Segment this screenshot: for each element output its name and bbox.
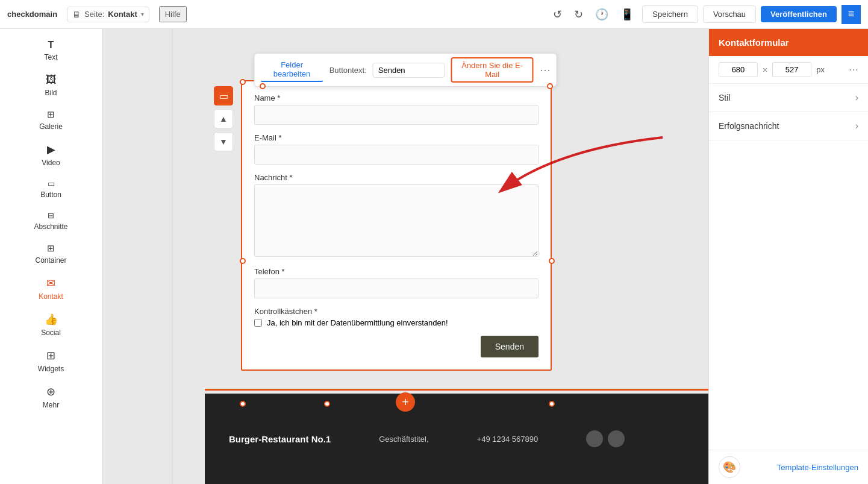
checkbox-input[interactable] — [254, 319, 262, 327]
checkbox-row: Ja, ich bin mit der Datenübermittlung ei… — [254, 318, 539, 327]
nachricht-label: Nachricht * — [254, 173, 539, 182]
move-block-button[interactable]: ▭ — [214, 86, 233, 105]
chevron-down-icon: ▾ — [141, 11, 144, 17]
chevron-right-icon: › — [855, 92, 858, 103]
more-options-button[interactable]: ⋯ — [540, 63, 551, 77]
save-button[interactable]: Speichern — [642, 5, 698, 23]
sidebar-item-text[interactable]: T Text — [0, 34, 102, 68]
erfolgsnachricht-section[interactable]: Erfolgsnachricht › — [709, 112, 868, 140]
dimensions-more-button[interactable]: ⋯ — [849, 64, 858, 75]
email-input[interactable] — [254, 145, 539, 165]
main-layout: T Text 🖼 Bild ⊞ Galerie ▶ Video ▭ Button… — [0, 29, 868, 484]
sidebar-item-widgets[interactable]: ⊞ Widgets — [0, 343, 102, 379]
sidebar-item-label: Social — [41, 328, 61, 337]
handle-middle-left[interactable] — [240, 258, 246, 264]
nachricht-textarea[interactable] — [254, 184, 539, 257]
sidebar-item-label: Galerie — [39, 122, 63, 131]
move-down-button[interactable]: ▼ — [214, 132, 233, 151]
menu-button[interactable]: ≡ — [841, 5, 861, 24]
footer-geschaeft: Geschäftstitel, — [379, 435, 428, 444]
device-button[interactable]: 📱 — [617, 5, 637, 24]
move-up-button[interactable]: ▲ — [214, 109, 233, 128]
buttontext-input[interactable] — [373, 63, 445, 78]
image-icon: 🖼 — [46, 74, 57, 86]
handle-middle-right[interactable] — [549, 258, 555, 264]
handle-bottom-right[interactable] — [549, 401, 555, 407]
sidebar-item-label: Abschnitte — [34, 222, 67, 231]
sidebar-item-container[interactable]: ⊞ Container — [0, 237, 102, 271]
aendern-email-button[interactable]: Ändern Sie die E-Mail — [451, 57, 534, 83]
move-controls: ▭ ▲ ▼ — [214, 86, 233, 151]
handle-top-right[interactable] — [547, 83, 553, 89]
kontrollkaestchen-field: Kontrollkästchen * Ja, ich bin mit der D… — [254, 307, 539, 327]
undo-button[interactable]: ↺ — [549, 5, 566, 24]
text-icon: T — [48, 40, 54, 51]
name-label: Name * — [254, 93, 539, 102]
stil-label: Stil — [719, 93, 730, 102]
sidebar-item-button[interactable]: ▭ Button — [0, 173, 102, 205]
sidebar-item-bild[interactable]: 🖼 Bild — [0, 68, 102, 103]
sidebar-item-mehr[interactable]: ⊕ Mehr — [0, 379, 102, 415]
sidebar-item-social[interactable]: 👍 Social — [0, 307, 102, 343]
gallery-icon: ⊞ — [47, 109, 55, 120]
customize-button[interactable]: 🎨 — [719, 456, 740, 478]
right-panel: Kontaktformular × px ⋯ Stil › Erfolgsnac… — [708, 29, 868, 484]
felder-bearbeiten-button[interactable]: Felder bearbeiten — [261, 58, 323, 82]
button-icon: ▭ — [48, 179, 55, 188]
canvas-edge-line — [172, 29, 173, 484]
publish-button[interactable]: Veröffentlichen — [761, 6, 837, 22]
px-label: px — [816, 65, 825, 74]
width-input[interactable] — [719, 62, 758, 77]
contact-form: Name * E-Mail * Nachricht * Telefon * Ko… — [241, 80, 552, 371]
sidebar-item-label: Bild — [45, 89, 57, 97]
telefon-label: Telefon * — [254, 267, 539, 276]
handle-top-left[interactable] — [240, 79, 246, 85]
sidebar-item-label: Container — [35, 256, 66, 265]
nachricht-field: Nachricht * — [254, 173, 539, 259]
chevron-right-icon: › — [855, 121, 858, 131]
logo: checkdomain — [7, 10, 57, 19]
orange-divider — [205, 389, 708, 391]
handle-bottom-left[interactable] — [240, 401, 246, 407]
history-button[interactable]: 🕐 — [592, 5, 612, 24]
page-label: Seite: — [84, 10, 104, 19]
sidebar-item-galerie[interactable]: ⊞ Galerie — [0, 103, 102, 137]
page-icon: 🖥 — [72, 10, 81, 19]
sidebar-item-label: Kontakt — [39, 292, 63, 301]
height-input[interactable] — [772, 62, 811, 77]
redo-button[interactable]: ↻ — [570, 5, 587, 24]
footer-telefon: +49 1234 567890 — [477, 435, 539, 444]
sidebar-item-label: Text — [44, 53, 57, 61]
page-selector[interactable]: 🖥 Seite: Kontakt ▾ — [67, 7, 149, 22]
sidebar-item-video[interactable]: ▶ Video — [0, 137, 102, 173]
handle-bottom-center[interactable] — [324, 401, 330, 407]
sidebar-item-label: Button — [40, 190, 61, 199]
sidebar-item-label: Video — [42, 159, 60, 167]
preview-button[interactable]: Vorschau — [703, 5, 756, 23]
footer-area: Burger-Restaurant No.1 Geschäftstitel, +… — [205, 394, 708, 484]
sidebar-item-kontakt[interactable]: ✉ Kontakt — [0, 271, 102, 307]
contact-icon: ✉ — [46, 277, 55, 290]
sidebar-item-abschnitte[interactable]: ⊟ Abschnitte — [0, 205, 102, 237]
senden-button[interactable]: Senden — [481, 336, 539, 357]
erfolgsnachricht-label: Erfolgsnachricht — [719, 121, 779, 131]
send-btn-row: Senden — [254, 336, 539, 357]
footer-restaurant-name: Burger-Restaurant No.1 — [229, 434, 331, 444]
hilfe-button[interactable]: Hilfe — [159, 6, 187, 22]
template-einstellungen-link[interactable]: Template-Einstellungen — [777, 463, 858, 472]
canvas-toolbar: Felder bearbeiten Buttontext: Ändern Sie… — [254, 53, 557, 87]
stil-section[interactable]: Stil › — [709, 84, 868, 112]
email-field: E-Mail * — [254, 133, 539, 165]
handle-top-center[interactable] — [260, 83, 266, 89]
add-section-button[interactable]: + — [396, 392, 415, 412]
sidebar-item-label: Mehr — [43, 401, 59, 409]
footer-restaurant: Burger-Restaurant No.1 — [229, 434, 331, 444]
social-icon: 👍 — [45, 313, 58, 326]
checkbox-text: Ja, ich bin mit der Datenübermittlung ei… — [267, 318, 448, 327]
widgets-icon: ⊞ — [46, 349, 55, 362]
logo-text: checkdomain — [7, 10, 57, 19]
page-name: Kontakt — [108, 10, 137, 19]
name-field: Name * — [254, 93, 539, 125]
telefon-input[interactable] — [254, 278, 539, 298]
name-input[interactable] — [254, 105, 539, 125]
